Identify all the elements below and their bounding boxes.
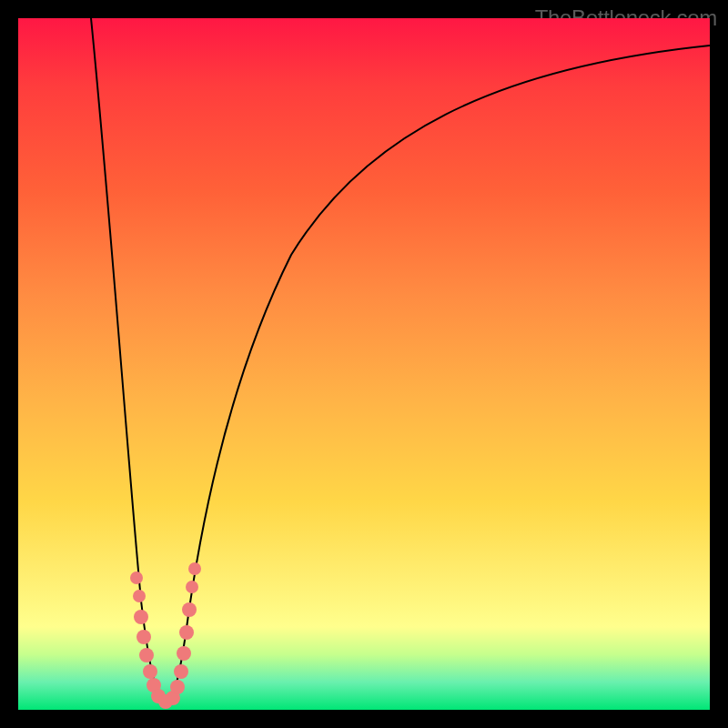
marker-group xyxy=(130,562,201,709)
data-marker xyxy=(186,581,198,593)
data-marker xyxy=(182,602,197,617)
data-marker xyxy=(130,571,143,584)
data-marker xyxy=(139,648,154,662)
data-marker xyxy=(174,664,188,679)
data-marker xyxy=(188,562,201,575)
curve-left xyxy=(91,18,168,703)
data-marker xyxy=(133,590,146,602)
curve-right xyxy=(168,46,710,703)
data-marker xyxy=(170,680,185,694)
data-marker xyxy=(177,646,191,661)
data-marker xyxy=(143,664,157,679)
chart-svg xyxy=(18,18,710,710)
data-marker xyxy=(134,610,148,624)
plot-area xyxy=(18,18,710,710)
data-marker xyxy=(179,625,194,640)
data-marker xyxy=(136,630,151,644)
chart-container: TheBottleneck.com xyxy=(0,0,728,728)
